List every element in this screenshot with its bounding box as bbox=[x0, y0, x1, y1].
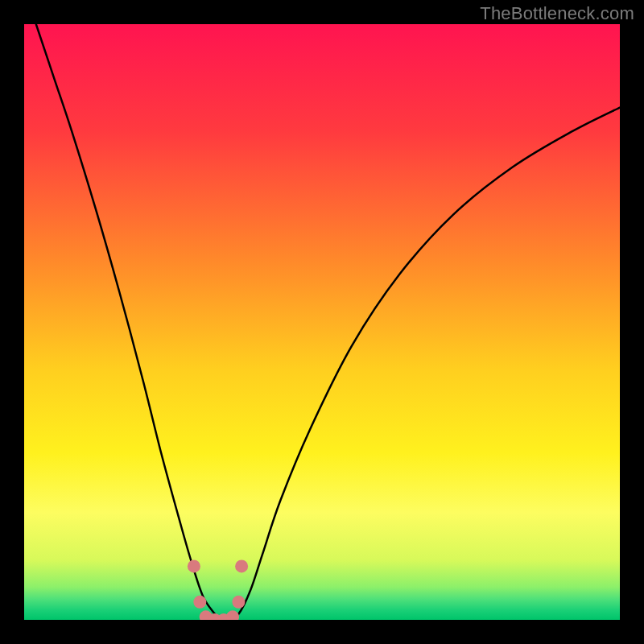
chart-frame: TheBottleneck.com bbox=[0, 0, 644, 644]
plot-area bbox=[24, 24, 620, 620]
scatter-point bbox=[193, 596, 206, 609]
bottleneck-curve bbox=[36, 24, 620, 620]
scatter-points bbox=[188, 559, 248, 620]
curve-layer bbox=[24, 24, 620, 620]
scatter-point bbox=[235, 559, 248, 572]
scatter-point bbox=[232, 596, 245, 609]
scatter-point bbox=[188, 559, 200, 572]
scatter-point bbox=[226, 610, 239, 620]
watermark-text: TheBottleneck.com bbox=[480, 3, 634, 24]
